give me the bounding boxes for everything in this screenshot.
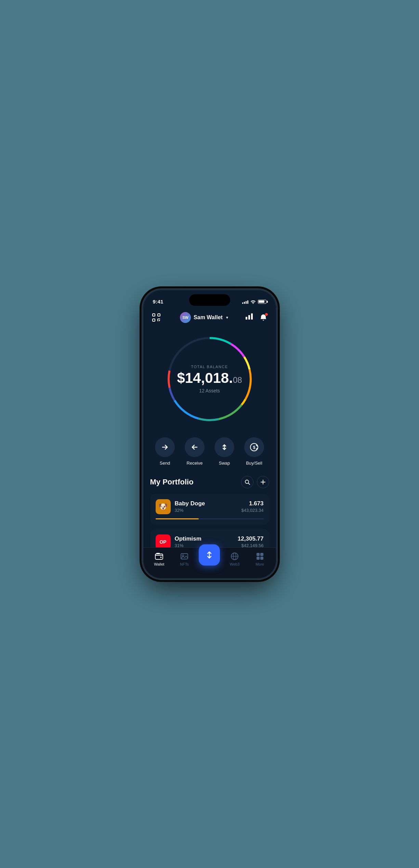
- phone-screen: 9:41: [143, 290, 276, 578]
- app-header: SW Sam Wallet ▾: [143, 309, 276, 328]
- header-right-actions: [246, 312, 269, 323]
- notification-button[interactable]: [258, 312, 269, 323]
- svg-rect-2: [153, 319, 155, 321]
- status-time: 9:41: [153, 299, 163, 305]
- svg-line-27: [248, 483, 250, 484]
- svg-text:$: $: [253, 445, 256, 450]
- nav-swap-center: [197, 544, 222, 566]
- svg-point-31: [160, 557, 162, 558]
- asset-card-baby-doge[interactable]: 🐶 Baby Doge 32% 1.673 $43,023.34: [150, 494, 269, 525]
- svg-rect-42: [260, 557, 263, 560]
- baby-doge-value: $43,023.34: [241, 508, 263, 513]
- scan-button[interactable]: [150, 311, 162, 324]
- swap-button[interactable]: Swap: [214, 437, 234, 466]
- optimism-amount: 12,305.77: [238, 535, 264, 542]
- baby-doge-logo: 🐶: [156, 499, 171, 514]
- baby-doge-progress-fill: [156, 518, 199, 519]
- balance-main: $14,018.: [177, 370, 233, 386]
- svg-rect-7: [246, 317, 247, 320]
- phone-frame: 9:41: [143, 290, 276, 579]
- asset-row-baby-doge: 🐶 Baby Doge 32% 1.673 $43,023.34: [156, 499, 264, 514]
- receive-label: Receive: [187, 461, 203, 466]
- swap-icon: [214, 437, 234, 457]
- notification-dot: [265, 313, 268, 316]
- more-icon: [256, 552, 264, 561]
- baby-doge-progress-bg: [156, 518, 264, 519]
- svg-rect-8: [248, 315, 250, 320]
- more-nav-label: More: [256, 562, 264, 566]
- optimism-name: Optimism: [175, 535, 201, 542]
- nav-nfts[interactable]: NFTs: [172, 552, 197, 566]
- battery-icon: [258, 300, 266, 304]
- swap-fab-button[interactable]: [199, 544, 220, 566]
- avatar: SW: [180, 312, 191, 323]
- wallet-name: Sam Wallet: [194, 314, 223, 321]
- balance-section: TOTAL BALANCE $14,018.08 12 Assets: [143, 328, 276, 434]
- balance-info: TOTAL BALANCE $14,018.08 12 Assets: [175, 365, 244, 393]
- svg-rect-33: [181, 554, 188, 559]
- asset-left-baby-doge: 🐶 Baby Doge 32%: [156, 499, 205, 514]
- nav-wallet[interactable]: Wallet: [147, 552, 172, 566]
- buysell-button[interactable]: $ Buy/Sell: [244, 437, 264, 466]
- balance-cents: 08: [233, 375, 242, 385]
- dynamic-island: [189, 294, 230, 306]
- portfolio-title: My Portfolio: [150, 478, 194, 487]
- web3-nav-label: Web3: [230, 562, 240, 566]
- asset-info-baby-doge: Baby Doge 32%: [175, 500, 205, 513]
- nav-web3[interactable]: Web3: [222, 552, 247, 566]
- svg-rect-41: [257, 557, 260, 560]
- buysell-icon: $: [244, 437, 264, 457]
- assets-count: 12 Assets: [175, 388, 244, 393]
- baby-doge-amount: 1.673: [241, 500, 263, 507]
- baby-doge-name: Baby Doge: [175, 500, 205, 507]
- chart-button[interactable]: [246, 313, 253, 321]
- status-icons: [242, 300, 266, 304]
- search-button[interactable]: [241, 476, 253, 488]
- buysell-label: Buy/Sell: [246, 461, 262, 466]
- asset-right-optimism: 12,305.77 $42,149.56: [238, 535, 264, 548]
- balance-circle: TOTAL BALANCE $14,018.08 12 Assets: [162, 331, 258, 427]
- receive-button[interactable]: Receive: [185, 437, 205, 466]
- nfts-nav-label: NFTs: [180, 562, 189, 566]
- svg-rect-32: [156, 553, 160, 554]
- nfts-icon: [180, 552, 189, 561]
- send-label: Send: [160, 461, 170, 466]
- web3-icon: [230, 552, 239, 561]
- add-asset-button[interactable]: [257, 476, 269, 488]
- portfolio-actions: [241, 476, 269, 488]
- balance-amount: $14,018.08: [175, 371, 244, 385]
- signal-icon: [242, 300, 248, 304]
- svg-rect-9: [251, 313, 253, 320]
- nav-more[interactable]: More: [247, 552, 273, 566]
- receive-icon: [185, 437, 205, 457]
- swap-label: Swap: [219, 461, 230, 466]
- balance-label: TOTAL BALANCE: [175, 365, 244, 369]
- portfolio-header: My Portfolio: [150, 476, 269, 488]
- svg-rect-40: [260, 553, 263, 556]
- action-buttons: Send Receive: [143, 434, 276, 472]
- send-button[interactable]: Send: [155, 437, 175, 466]
- wifi-icon: [250, 300, 256, 304]
- bottom-nav: Wallet NFTs: [143, 547, 276, 578]
- svg-rect-1: [158, 314, 160, 316]
- send-icon: [155, 437, 175, 457]
- asset-right-baby-doge: 1.673 $43,023.34: [241, 500, 263, 513]
- wallet-icon: [155, 552, 163, 561]
- chevron-down-icon: ▾: [226, 315, 228, 320]
- svg-rect-39: [257, 553, 260, 556]
- wallet-selector[interactable]: SW Sam Wallet ▾: [180, 312, 228, 323]
- svg-rect-0: [153, 314, 155, 316]
- baby-doge-percent: 32%: [175, 508, 205, 513]
- svg-rect-30: [155, 554, 163, 559]
- wallet-nav-label: Wallet: [154, 562, 164, 566]
